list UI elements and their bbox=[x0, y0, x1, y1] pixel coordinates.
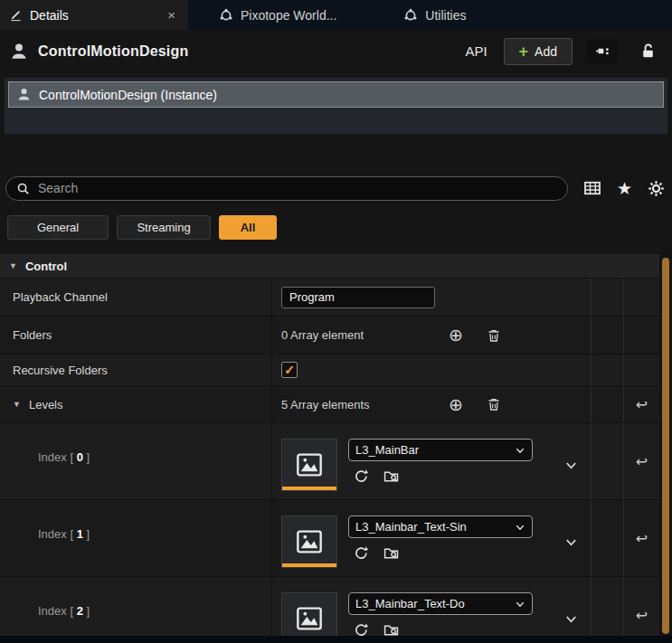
property-grid: ▼ Control Playback Channel Program Folde… bbox=[0, 254, 659, 643]
instance-label: ControlMotionDesign (Instance) bbox=[39, 88, 217, 102]
section-control[interactable]: ▼ Control bbox=[0, 254, 659, 279]
recursive-folders-label: Recursive Folders bbox=[13, 364, 108, 377]
row-level-index-1: Index [ 1 ] L3_Mainbar_Text-Sin bbox=[0, 500, 659, 577]
tab-pixotope-world-label: Pixotope World... bbox=[241, 8, 336, 23]
favorites-icon[interactable]: ★ bbox=[617, 180, 632, 197]
check-icon: ✓ bbox=[284, 364, 295, 376]
reset-to-default-icon[interactable]: ↩ bbox=[636, 530, 648, 547]
tab-utilities-label: Utilities bbox=[425, 8, 466, 23]
level-asset-dropdown[interactable]: L3_Mainbar_Text-Do bbox=[348, 592, 533, 615]
actor-icon bbox=[16, 87, 32, 102]
browse-to-asset-icon[interactable] bbox=[383, 545, 399, 561]
index-label: Index [ 1 ] bbox=[38, 527, 90, 541]
trash-icon[interactable] bbox=[487, 328, 501, 343]
api-button[interactable]: API bbox=[458, 40, 494, 62]
folders-label: Folders bbox=[13, 328, 52, 342]
actor-icon bbox=[9, 42, 29, 61]
page-title: ControlMotionDesign bbox=[38, 43, 188, 60]
blueprint-node-button[interactable] bbox=[587, 39, 618, 64]
use-selected-asset-icon[interactable] bbox=[353, 468, 368, 484]
thumbnail-accent-bar bbox=[282, 487, 336, 490]
tab-utilities[interactable]: Utilities bbox=[389, 0, 480, 30]
search-input[interactable] bbox=[38, 181, 557, 195]
section-control-label: Control bbox=[25, 260, 67, 273]
thumbnail-accent-bar bbox=[282, 563, 336, 567]
details-icon bbox=[9, 8, 23, 22]
lock-icon[interactable] bbox=[632, 39, 663, 64]
row-folders: Folders 0 Array element ⊕ bbox=[0, 317, 659, 355]
row-levels: ▼ Levels 5 Array elements ⊕ ↩ bbox=[0, 386, 659, 423]
row-recursive-folders: Recursive Folders ✓ bbox=[0, 355, 659, 386]
filter-row: General Streaming All bbox=[7, 215, 672, 240]
chevron-down-icon bbox=[515, 599, 525, 610]
recursive-folders-checkbox[interactable]: ✓ bbox=[281, 362, 298, 378]
level-asset-dropdown[interactable]: L3_MainBar bbox=[348, 439, 533, 461]
reset-to-default-icon[interactable]: ↩ bbox=[636, 396, 648, 413]
index-label: Index [ 0 ] bbox=[38, 450, 90, 464]
pixotope-logo-icon bbox=[219, 8, 233, 23]
row-level-index-0: Index [ 0 ] L3_MainBar bbox=[0, 423, 659, 500]
reset-to-default-icon[interactable]: ↩ bbox=[636, 607, 648, 624]
panel-header: ControlMotionDesign API + Add bbox=[0, 30, 672, 72]
scrollbar-thumb[interactable] bbox=[662, 258, 669, 634]
use-selected-asset-icon[interactable] bbox=[353, 545, 368, 561]
tab-bar: Details × Pixotope World... Utilities bbox=[0, 0, 672, 30]
bottom-edge-bar bbox=[0, 636, 672, 643]
add-element-icon[interactable]: ⊕ bbox=[449, 326, 463, 344]
index-label: Index [ 2 ] bbox=[38, 604, 90, 618]
search-row: ★ bbox=[5, 175, 665, 201]
browse-to-asset-icon[interactable] bbox=[383, 468, 399, 484]
playback-channel-label: Playback Channel bbox=[13, 290, 108, 304]
trash-icon[interactable] bbox=[487, 397, 501, 411]
expand-element-chevron-icon[interactable] bbox=[564, 612, 578, 626]
instance-row[interactable]: ControlMotionDesign (Instance) bbox=[8, 81, 664, 108]
tab-details[interactable]: Details × bbox=[0, 0, 188, 30]
instance-list: ControlMotionDesign (Instance) bbox=[5, 78, 667, 134]
caret-down-icon: ▼ bbox=[9, 261, 17, 270]
search-box[interactable] bbox=[5, 176, 568, 201]
level-thumbnail[interactable] bbox=[281, 439, 337, 491]
levels-label: Levels bbox=[29, 398, 63, 411]
gear-icon[interactable] bbox=[648, 180, 665, 197]
row-playback-channel: Playback Channel Program bbox=[0, 279, 659, 317]
filter-general-button[interactable]: General bbox=[7, 215, 109, 240]
reset-to-default-icon[interactable]: ↩ bbox=[636, 453, 648, 470]
vertical-scrollbar[interactable] bbox=[660, 254, 671, 636]
column-view-icon[interactable] bbox=[583, 179, 601, 197]
details-panel-window: Details × Pixotope World... Utilities Co… bbox=[0, 0, 672, 643]
filter-all-button[interactable]: All bbox=[219, 215, 277, 240]
chevron-down-icon bbox=[515, 445, 525, 456]
caret-down-icon[interactable]: ▼ bbox=[13, 400, 21, 409]
levels-count: 5 Array elements bbox=[281, 398, 449, 411]
filter-streaming-button[interactable]: Streaming bbox=[117, 215, 211, 240]
level-asset-dropdown[interactable]: L3_Mainbar_Text-Sin bbox=[348, 515, 533, 538]
expand-element-chevron-icon[interactable] bbox=[564, 535, 578, 549]
expand-element-chevron-icon[interactable] bbox=[564, 459, 578, 472]
pixotope-logo-icon bbox=[403, 8, 418, 23]
tab-pixotope-world[interactable]: Pixotope World... bbox=[204, 0, 351, 30]
folders-count: 0 Array element bbox=[281, 328, 449, 342]
add-button[interactable]: + Add bbox=[504, 38, 573, 65]
chevron-down-icon bbox=[515, 522, 525, 533]
add-element-icon[interactable]: ⊕ bbox=[449, 396, 463, 413]
tab-details-label: Details bbox=[30, 8, 156, 23]
row-level-index-2: Index [ 2 ] L3_Mainbar_Text-Do bbox=[0, 577, 659, 643]
tab-close-icon[interactable]: × bbox=[164, 7, 179, 23]
playback-channel-input[interactable]: Program bbox=[281, 287, 435, 308]
add-button-label: Add bbox=[535, 44, 557, 59]
search-icon bbox=[16, 182, 30, 195]
level-thumbnail[interactable] bbox=[281, 515, 337, 568]
plus-icon: + bbox=[519, 43, 529, 60]
